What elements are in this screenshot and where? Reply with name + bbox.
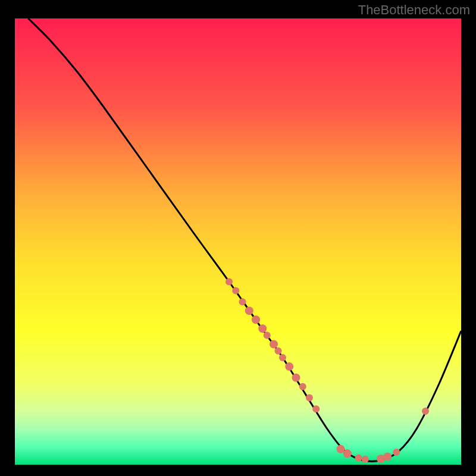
data-point: [264, 332, 271, 339]
gradient-background: [15, 18, 461, 465]
data-point: [239, 298, 246, 305]
data-point: [279, 354, 286, 361]
data-point: [226, 278, 233, 286]
data-point: [275, 347, 282, 355]
data-point: [285, 362, 293, 371]
bottleneck-chart: [13, 17, 463, 466]
data-point: [383, 453, 392, 461]
data-point: [232, 287, 239, 295]
data-point: [343, 449, 352, 458]
data-point: [306, 394, 313, 402]
data-point: [299, 383, 306, 390]
data-point: [292, 374, 300, 382]
data-point: [362, 456, 369, 463]
data-point: [270, 340, 278, 349]
data-point: [355, 455, 362, 462]
data-point: [252, 315, 260, 324]
watermark-text: TheBottleneck.com: [358, 2, 470, 18]
data-point: [422, 408, 429, 415]
data-point: [245, 306, 253, 315]
data-point: [393, 449, 400, 456]
data-point: [312, 405, 320, 412]
chart-svg: [15, 18, 461, 465]
data-point: [258, 324, 267, 333]
